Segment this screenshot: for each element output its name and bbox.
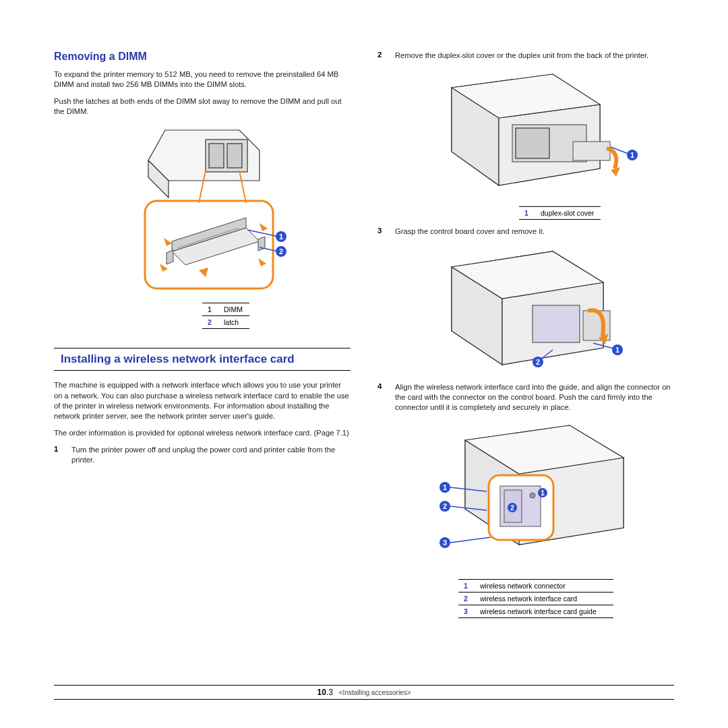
- svg-text:2: 2: [443, 502, 447, 510]
- svg-text:1: 1: [541, 489, 545, 497]
- svg-marker-23: [611, 167, 620, 177]
- figure-wireless-card: 1 2 3 1 2: [377, 420, 674, 575]
- figure-duplex-cover: 1: [377, 67, 674, 202]
- dimm-illustration: 1 2: [104, 123, 300, 299]
- svg-marker-7: [166, 250, 173, 264]
- step-1: 1 Turn the printer power off and unplug …: [54, 445, 351, 465]
- step-3: 3 Grasp the control board cover and remo…: [377, 226, 674, 237]
- paragraph: Push the latches at both ends of the DIM…: [54, 96, 351, 117]
- svg-text:1: 1: [615, 346, 619, 354]
- duplex-illustration: 1: [411, 67, 640, 202]
- svg-line-48: [450, 537, 491, 543]
- heading-wireless-card: Installing a wireless network interface …: [54, 348, 351, 371]
- legend-wireless: 1wireless network connector 2wireless ne…: [458, 579, 613, 618]
- svg-text:2: 2: [536, 358, 540, 366]
- svg-rect-1: [209, 144, 224, 168]
- svg-point-39: [530, 493, 535, 498]
- svg-rect-22: [573, 142, 610, 160]
- svg-text:1: 1: [630, 151, 634, 159]
- heading-removing-dimm: Removing a DIMM: [54, 51, 351, 63]
- wireless-card-illustration: 1 2 3 1 2: [411, 420, 640, 575]
- svg-text:3: 3: [443, 539, 447, 547]
- figure-dimm: 1 2: [54, 123, 351, 299]
- paragraph: The order information is provided for op…: [54, 428, 351, 438]
- svg-rect-21: [516, 128, 549, 158]
- svg-text:1: 1: [279, 233, 283, 241]
- svg-text:2: 2: [279, 247, 283, 255]
- legend-dimm: 1DIMM 2latch: [202, 303, 249, 329]
- left-column: Removing a DIMM To expand the printer me…: [54, 51, 351, 625]
- figure-control-board: 1 2: [377, 243, 674, 378]
- paragraph: To expand the printer memory to 512 MB, …: [54, 69, 351, 90]
- svg-rect-2: [227, 144, 242, 168]
- svg-text:2: 2: [510, 504, 514, 512]
- step-2: 2 Remove the duplex-slot cover or the du…: [377, 51, 674, 61]
- page-footer: 10.3 <Installing accessories>: [54, 685, 674, 700]
- right-column: 2 Remove the duplex-slot cover or the du…: [377, 51, 674, 625]
- control-board-illustration: 1 2: [418, 243, 634, 378]
- step-4: 4 Align the wireless network interface c…: [377, 382, 674, 413]
- paragraph: The machine is equipped with a network i…: [54, 380, 351, 421]
- svg-text:1: 1: [443, 483, 447, 491]
- legend-duplex: 1duplex-slot cover: [519, 206, 601, 220]
- svg-rect-27: [533, 305, 580, 342]
